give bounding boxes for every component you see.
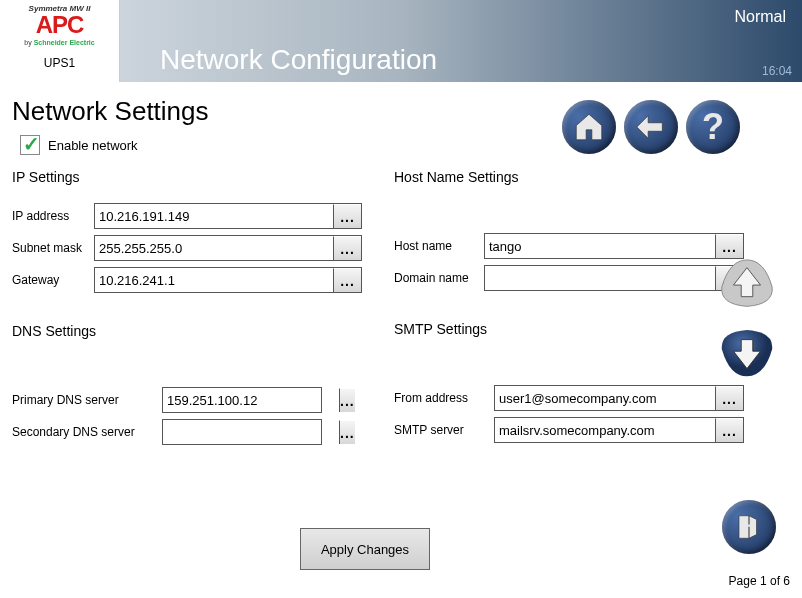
device-name: UPS1	[0, 56, 119, 70]
clock-text: 16:04	[762, 64, 792, 78]
back-button[interactable]	[624, 100, 678, 154]
page-heading: Network Settings	[0, 82, 802, 135]
enable-network-label: Enable network	[48, 138, 138, 153]
domain-name-label: Domain name	[394, 271, 484, 285]
enable-network-checkbox[interactable]: ✓	[20, 135, 40, 155]
exit-button[interactable]	[722, 500, 776, 554]
arrow-up-icon	[718, 258, 776, 308]
from-address-input[interactable]	[495, 386, 715, 410]
from-address-edit-button[interactable]: ...	[715, 386, 743, 410]
brand-main-text: APC	[0, 13, 119, 37]
secondary-dns-input[interactable]	[163, 420, 339, 444]
arrow-left-icon	[634, 110, 668, 144]
primary-dns-input[interactable]	[163, 388, 339, 412]
gateway-edit-button[interactable]: ...	[333, 268, 361, 292]
host-name-input[interactable]	[485, 234, 715, 258]
app-header: Symmetra MW II APC by Schneider Electric…	[0, 0, 802, 82]
primary-dns-edit-button[interactable]: ...	[339, 388, 355, 412]
gateway-input[interactable]	[95, 268, 333, 292]
host-name-settings-heading: Host Name Settings	[394, 169, 744, 185]
arrow-down-icon	[718, 328, 776, 378]
brand-logo: Symmetra MW II APC by Schneider Electric…	[0, 0, 120, 82]
apply-changes-button[interactable]: Apply Changes	[300, 528, 430, 570]
door-exit-icon	[734, 512, 764, 542]
secondary-dns-edit-button[interactable]: ...	[339, 420, 355, 444]
domain-name-input[interactable]	[485, 266, 715, 290]
subnet-mask-input[interactable]	[95, 236, 333, 260]
scroll-down-button[interactable]	[718, 328, 776, 378]
question-icon: ?	[702, 106, 724, 148]
smtp-server-edit-button[interactable]: ...	[715, 418, 743, 442]
smtp-settings-heading: SMTP Settings	[394, 321, 744, 337]
host-name-edit-button[interactable]: ...	[715, 234, 743, 258]
gateway-label: Gateway	[12, 273, 94, 287]
subnet-mask-edit-button[interactable]: ...	[333, 236, 361, 260]
ip-address-input[interactable]	[95, 204, 333, 228]
smtp-server-input[interactable]	[495, 418, 715, 442]
check-icon: ✓	[23, 132, 40, 156]
primary-dns-label: Primary DNS server	[12, 393, 162, 407]
scroll-up-button[interactable]	[718, 258, 776, 308]
help-button[interactable]: ?	[686, 100, 740, 154]
status-text: Normal	[734, 8, 786, 26]
ip-settings-heading: IP Settings	[12, 169, 362, 185]
secondary-dns-label: Secondary DNS server	[12, 425, 162, 439]
home-icon	[572, 110, 606, 144]
brand-sub-text: by Schneider Electric	[0, 39, 119, 46]
dns-settings-heading: DNS Settings	[12, 323, 362, 339]
home-button[interactable]	[562, 100, 616, 154]
from-address-label: From address	[394, 391, 494, 405]
page-indicator: Page 1 of 6	[729, 574, 790, 588]
host-name-label: Host name	[394, 239, 484, 253]
ip-address-edit-button[interactable]: ...	[333, 204, 361, 228]
page-title: Network Configuration	[160, 44, 437, 76]
subnet-mask-label: Subnet mask	[12, 241, 94, 255]
ip-address-label: IP address	[12, 209, 94, 223]
smtp-server-label: SMTP server	[394, 423, 494, 437]
